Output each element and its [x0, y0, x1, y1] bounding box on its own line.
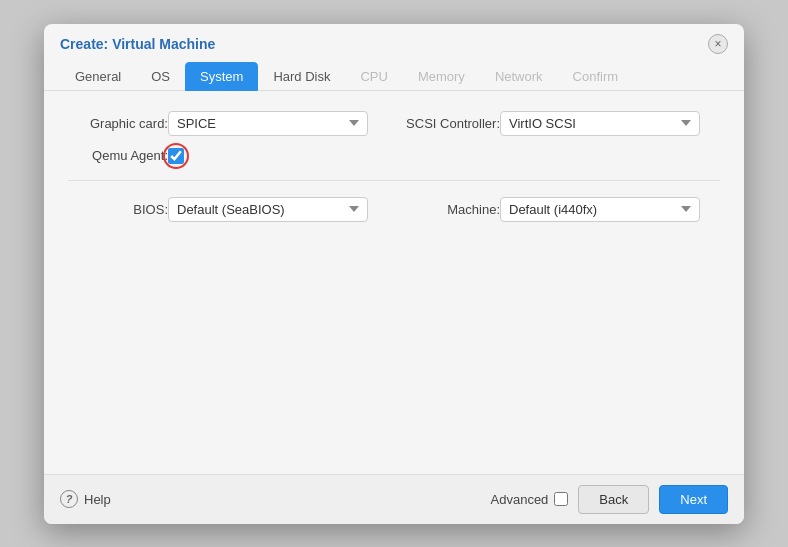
qemu-agent-group: Qemu Agent: [68, 148, 720, 164]
bios-select[interactable]: Default (SeaBIOS) OVMF (UEFI) [168, 197, 368, 222]
qemu-agent-checkbox[interactable] [168, 148, 184, 164]
tab-network: Network [480, 62, 558, 91]
advanced-label: Advanced [491, 492, 569, 507]
graphic-card-group: Graphic card: SPICE VGA Cirrus VMware [68, 111, 388, 136]
tab-system[interactable]: System [185, 62, 258, 91]
help-label: Help [84, 492, 111, 507]
tab-os[interactable]: OS [136, 62, 185, 91]
graphic-card-label: Graphic card: [68, 116, 168, 131]
graphic-card-select[interactable]: SPICE VGA Cirrus VMware [168, 111, 368, 136]
qemu-agent-label: Qemu Agent: [68, 148, 168, 163]
back-button[interactable]: Back [578, 485, 649, 514]
machine-group: Machine: Default (i440fx) q35 [400, 197, 720, 222]
tab-memory: Memory [403, 62, 480, 91]
section-divider [68, 180, 720, 181]
tab-confirm: Confirm [558, 62, 634, 91]
graphic-card-row: Graphic card: SPICE VGA Cirrus VMware SC… [68, 111, 720, 136]
tab-general[interactable]: General [60, 62, 136, 91]
next-button[interactable]: Next [659, 485, 728, 514]
scsi-controller-label: SCSI Controller: [400, 116, 500, 131]
qemu-agent-checkbox-wrapper [168, 148, 184, 164]
footer-right: Advanced Back Next [491, 485, 728, 514]
scsi-controller-select[interactable]: VirtIO SCSI LSI Logic Megasas [500, 111, 700, 136]
qemu-agent-row: Qemu Agent: [68, 148, 720, 164]
machine-select[interactable]: Default (i440fx) q35 [500, 197, 700, 222]
tab-hard-disk[interactable]: Hard Disk [258, 62, 345, 91]
advanced-text: Advanced [491, 492, 549, 507]
tab-cpu: CPU [345, 62, 402, 91]
dialog-footer: ? Help Advanced Back Next [44, 474, 744, 524]
dialog-title: Create: Virtual Machine [60, 36, 215, 52]
bios-group: BIOS: Default (SeaBIOS) OVMF (UEFI) [68, 197, 388, 222]
close-button[interactable]: × [708, 34, 728, 54]
bios-row: BIOS: Default (SeaBIOS) OVMF (UEFI) Mach… [68, 197, 720, 222]
close-icon: × [714, 38, 721, 50]
dialog-body: Graphic card: SPICE VGA Cirrus VMware SC… [44, 91, 744, 474]
tab-bar: General OS System Hard Disk CPU Memory N… [44, 54, 744, 91]
advanced-checkbox[interactable] [554, 492, 568, 506]
create-vm-dialog: Create: Virtual Machine × General OS Sys… [44, 24, 744, 524]
machine-label: Machine: [400, 202, 500, 217]
scsi-controller-group: SCSI Controller: VirtIO SCSI LSI Logic M… [400, 111, 720, 136]
help-icon: ? [60, 490, 78, 508]
bios-label: BIOS: [68, 202, 168, 217]
help-button[interactable]: ? Help [60, 490, 111, 508]
dialog-header: Create: Virtual Machine × [44, 24, 744, 54]
